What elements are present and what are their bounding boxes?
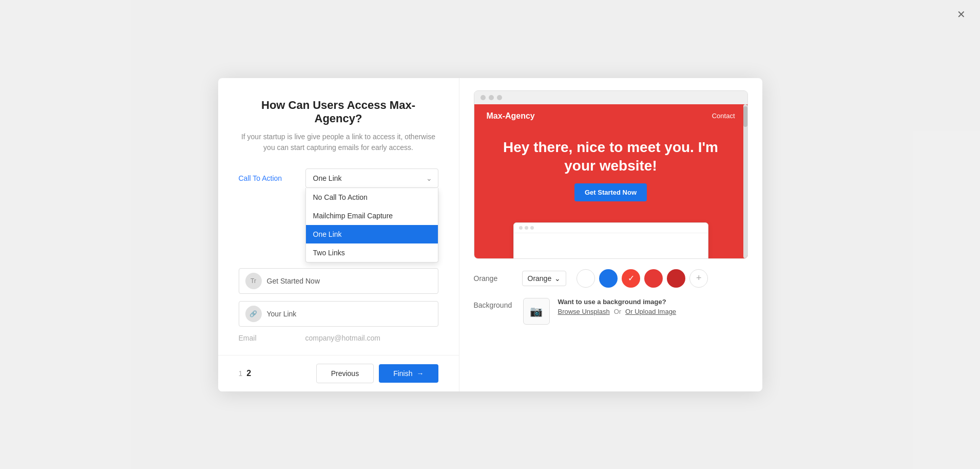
arrow-right-icon: →	[417, 369, 424, 378]
previous-button[interactable]: Previous	[316, 364, 374, 383]
preview-dot-2	[525, 226, 528, 230]
dd-no-cta[interactable]: No Call To Action	[306, 188, 438, 207]
site-hero: Hey there, nice to meet you. I'm your we…	[474, 128, 747, 210]
background-label: Background	[474, 298, 515, 309]
color-dropdown[interactable]: Orange ⌄	[522, 271, 567, 286]
browse-unsplash-link[interactable]: Browse Unsplash	[558, 308, 610, 315]
link-icon: 🔗	[245, 306, 262, 322]
browser-dot-3	[497, 95, 502, 100]
site-headline: Hey there, nice to meet you. I'm your we…	[487, 138, 735, 176]
site-logo: Max-Agency	[487, 111, 535, 121]
upload-image-link[interactable]: Or Upload Image	[625, 308, 676, 315]
modal-overlay: ✕ How Can Users Access Max-Agency? If yo…	[0, 0, 980, 469]
dd-mailchimp[interactable]: Mailchimp Email Capture	[306, 207, 438, 225]
background-prompt: Want to use a background image?	[558, 298, 677, 306]
chevron-down-icon: ⌄	[554, 274, 561, 283]
pagination: 1 2	[239, 369, 252, 378]
camera-icon: 📷	[530, 305, 543, 317]
left-panel: How Can Users Access Max-Agency? If your…	[218, 78, 459, 391]
background-upload-box[interactable]: 📷	[523, 298, 550, 325]
scrollbar-thumb	[743, 106, 747, 127]
cta-dropdown[interactable]: No Call To Action Mailchimp Email Captur…	[305, 188, 438, 262]
dd-two-links[interactable]: Two Links	[306, 243, 438, 262]
browser-toolbar	[474, 91, 747, 104]
preview-dot-3	[530, 226, 534, 230]
browser-body: Max-Agency Contact Hey there, nice to me…	[474, 104, 747, 258]
color-dropdown-label: Orange	[528, 274, 552, 283]
site-window-preview	[513, 222, 708, 258]
background-section: Background 📷 Want to use a background im…	[474, 298, 748, 325]
modal-content: How Can Users Access Max-Agency? If your…	[218, 78, 762, 391]
panel-subtitle: If your startup is live give people a li…	[239, 132, 438, 153]
swatch-orange-selected[interactable]: ✓	[622, 269, 640, 288]
page-1: 1	[239, 369, 243, 378]
swatch-dark-red[interactable]	[667, 269, 685, 288]
color-section: Orange Orange ⌄ ✓ +	[474, 269, 748, 288]
browser-dot-2	[489, 95, 494, 100]
background-links: Browse Unsplash Or Or Upload Image	[558, 308, 677, 315]
button-text-input: Get Started Now	[267, 277, 320, 285]
color-swatches: ✓ +	[577, 269, 708, 288]
check-icon: ✓	[628, 273, 635, 283]
cta-label: Call To Action	[239, 174, 305, 182]
email-label: Email	[239, 334, 305, 342]
finish-label: Finish	[393, 369, 412, 378]
finish-button[interactable]: Finish →	[379, 364, 438, 383]
swatch-red[interactable]	[644, 269, 663, 288]
email-row: Email company@hotmail.com	[239, 334, 438, 342]
color-label: Orange	[474, 274, 515, 283]
browser-dot-1	[481, 95, 486, 100]
right-panel: Max-Agency Contact Hey there, nice to me…	[459, 78, 762, 391]
background-text-area: Want to use a background image? Browse U…	[558, 298, 677, 315]
preview-dot-1	[519, 226, 523, 230]
page-2: 2	[246, 369, 251, 378]
cta-select[interactable]: One Link	[305, 168, 438, 188]
button-icon: Tr	[245, 273, 262, 289]
panel-title: How Can Users Access Max-Agency?	[239, 99, 438, 125]
site-cta-button[interactable]: Get Started Now	[574, 183, 647, 201]
link-row[interactable]: 🔗 Your Link	[239, 301, 438, 327]
call-to-action-row: Call To Action One Link ⌄ No Call To Act…	[239, 168, 438, 188]
site-nav: Max-Agency Contact	[474, 104, 747, 128]
preview-toolbar	[514, 223, 708, 233]
close-button[interactable]: ✕	[957, 9, 966, 20]
scrollbar[interactable]	[743, 104, 747, 258]
cta-select-wrapper[interactable]: One Link ⌄ No Call To Action Mailchimp E…	[305, 168, 438, 188]
swatch-white[interactable]	[577, 269, 595, 288]
dd-one-link[interactable]: One Link	[306, 225, 438, 243]
left-footer: 1 2 Previous Finish →	[218, 355, 459, 391]
swatch-add[interactable]: +	[689, 269, 708, 288]
email-value: company@hotmail.com	[305, 334, 381, 342]
browser-mockup: Max-Agency Contact Hey there, nice to me…	[474, 90, 748, 259]
swatch-blue[interactable]	[599, 269, 618, 288]
button-text-row[interactable]: Tr Get Started Now	[239, 268, 438, 294]
site-nav-link: Contact	[712, 112, 735, 120]
link-input: Your Link	[267, 310, 297, 318]
background-or: Or	[614, 308, 621, 315]
